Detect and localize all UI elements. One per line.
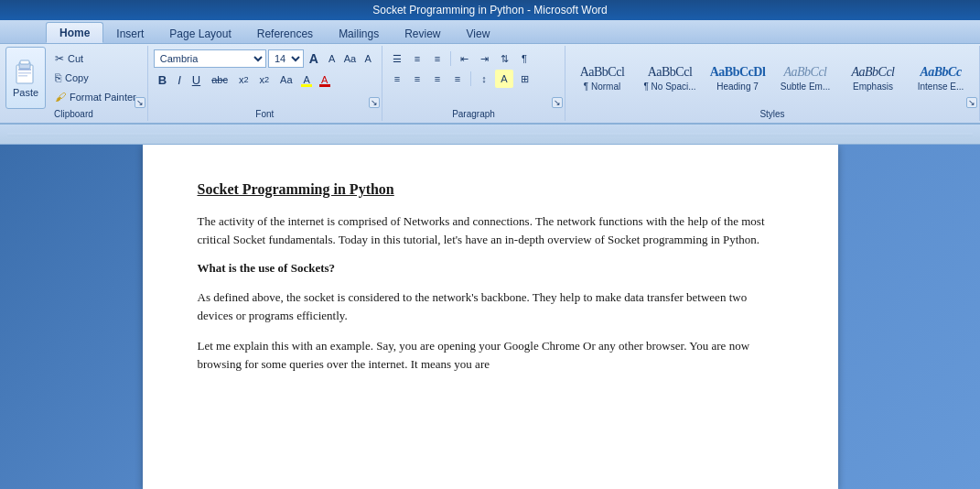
document-area: Socket Programming in Python The activit…: [0, 145, 980, 489]
justify-button[interactable]: ≡: [448, 70, 467, 88]
numbered-list-button[interactable]: ≡: [408, 49, 426, 68]
change-case-btn2[interactable]: Aa: [275, 70, 296, 90]
paragraph-group-label: Paragraph: [382, 109, 565, 119]
style-normal-preview: AaBbCcl: [580, 65, 625, 80]
format-painter-button[interactable]: 🖌 Format Painter: [49, 88, 142, 106]
italic-button[interactable]: I: [173, 70, 186, 90]
svg-rect-3: [18, 69, 31, 71]
styles-group-label: Styles: [565, 109, 979, 119]
ruler-area: [0, 125, 980, 145]
style-no-spacing[interactable]: AaBbCcl ¶ No Spaci...: [637, 49, 703, 106]
styles-group: AaBbCcl ¶ Normal AaBbCcl ¶ No Spaci... A…: [565, 46, 980, 121]
paste-button[interactable]: Paste: [5, 47, 46, 109]
title-bar: Socket Programming in Python - Microsoft…: [0, 0, 980, 20]
format-painter-icon: 🖌: [55, 91, 66, 103]
document-para3[interactable]: Let me explain this with an example. Say…: [198, 337, 783, 373]
svg-rect-5: [18, 75, 27, 77]
style-heading7-preview: AaBbCcDl: [710, 65, 766, 80]
tab-mailings[interactable]: Mailings: [326, 24, 392, 43]
scissors-icon: ✂: [55, 52, 64, 65]
style-emphasis[interactable]: AaBbCcl Emphasis: [840, 49, 906, 106]
bold-button[interactable]: B: [154, 70, 171, 90]
sort-button[interactable]: ⇅: [495, 49, 513, 68]
multilevel-list-button[interactable]: ≡: [428, 49, 447, 68]
styles-row: AaBbCcl ¶ Normal AaBbCcl ¶ No Spaci... A…: [569, 49, 974, 106]
change-case-button[interactable]: Aa: [342, 49, 359, 68]
shrink-font-button[interactable]: A: [324, 49, 340, 68]
strikethrough-button[interactable]: abc: [207, 70, 232, 90]
tab-references[interactable]: References: [244, 24, 326, 43]
font-name-select[interactable]: Cambria: [154, 49, 266, 68]
clipboard-expand-button[interactable]: ↘: [135, 97, 145, 108]
style-subtle[interactable]: AaBbCcl Subtle Em...: [772, 49, 838, 106]
align-center-button[interactable]: ≡: [408, 70, 426, 88]
align-right-button[interactable]: ≡: [428, 70, 447, 88]
font-expand-button[interactable]: ↘: [369, 97, 380, 108]
format-painter-label: Format Painter: [70, 92, 136, 103]
cut-label: Cut: [68, 53, 83, 64]
style-subtle-name: Subtle Em...: [781, 82, 830, 92]
para-separator1: [450, 51, 451, 66]
show-marks-button[interactable]: ¶: [515, 49, 533, 68]
font-group: Cambria 14 A A Aa A B I U abc x2 x2 Aa A…: [148, 46, 382, 121]
para-separator2: [470, 71, 471, 86]
style-intense[interactable]: AaBbCc Intense E...: [908, 49, 974, 106]
document-subheading1[interactable]: What is the use of Sockets?: [198, 261, 783, 276]
line-spacing-button[interactable]: ↕: [475, 70, 493, 88]
document-para2[interactable]: As defined above, the socket is consider…: [198, 288, 783, 324]
styles-expand-button[interactable]: ↘: [966, 97, 977, 108]
document-title: Socket Programming in Python: [198, 181, 783, 198]
font-format-row: B I U abc x2 x2 Aa A A: [154, 70, 376, 90]
tab-review[interactable]: Review: [392, 24, 453, 43]
clear-format-button[interactable]: A: [360, 49, 376, 68]
copy-icon: ⎘: [55, 71, 61, 84]
highlight-swatch: [301, 84, 312, 87]
tab-view[interactable]: View: [454, 24, 503, 43]
tab-insert[interactable]: Insert: [103, 24, 156, 43]
document-page: Socket Programming in Python The activit…: [143, 145, 838, 489]
align-left-button[interactable]: ≡: [388, 70, 406, 88]
bullet-list-button[interactable]: ☰: [388, 49, 406, 68]
svg-rect-2: [20, 60, 29, 64]
ribbon: Paste ✂ Cut ⎘ Copy 🖌 Format Painter Clip…: [0, 44, 980, 125]
underline-button[interactable]: U: [188, 70, 205, 90]
font-size-select[interactable]: 14: [268, 49, 304, 68]
title-text: Socket Programming in Python - Microsoft…: [372, 4, 608, 16]
style-subtle-preview: AaBbCcl: [783, 65, 826, 80]
style-heading7-name: Heading 7: [716, 82, 759, 92]
ruler: [7, 133, 973, 136]
superscript-button[interactable]: x2: [255, 70, 275, 90]
svg-rect-4: [18, 72, 31, 74]
style-normal-name: ¶ Normal: [584, 82, 620, 92]
style-normal[interactable]: AaBbCcl ¶ Normal: [569, 49, 635, 106]
copy-label: Copy: [65, 72, 89, 83]
cut-button[interactable]: ✂ Cut: [49, 49, 142, 68]
font-color-button[interactable]: A: [317, 70, 332, 90]
font-name-row: Cambria 14 A A Aa A: [154, 49, 376, 68]
style-intense-preview: AaBbCc: [920, 65, 961, 80]
highlight-color-button[interactable]: A: [299, 70, 315, 90]
style-no-spacing-name: ¶ No Spaci...: [643, 82, 695, 92]
clipboard-mini-buttons: ✂ Cut ⎘ Copy 🖌 Format Painter: [49, 49, 142, 106]
subscript-button[interactable]: x2: [234, 70, 253, 90]
para-row2: ≡ ≡ ≡ ≡ ↕ A ⊞: [388, 70, 559, 88]
paste-label: Paste: [13, 87, 38, 98]
style-emphasis-preview: AaBbCcl: [851, 65, 894, 80]
style-heading7[interactable]: AaBbCcDl Heading 7: [705, 49, 770, 106]
tab-page-layout[interactable]: Page Layout: [156, 24, 243, 43]
paste-icon: [13, 58, 38, 85]
clipboard-group: Paste ✂ Cut ⎘ Copy 🖌 Format Painter Clip…: [0, 46, 148, 121]
document-para1[interactable]: The activity of the internet is comprise…: [198, 212, 783, 248]
clipboard-group-label: Clipboard: [0, 109, 147, 119]
shading-button[interactable]: A: [495, 70, 513, 88]
increase-indent-button[interactable]: ⇥: [475, 49, 493, 68]
borders-button[interactable]: ⊞: [515, 70, 533, 88]
decrease-indent-button[interactable]: ⇤: [455, 49, 473, 68]
style-intense-name: Intense E...: [918, 82, 964, 92]
paragraph-expand-button[interactable]: ↘: [552, 97, 563, 108]
copy-button[interactable]: ⎘ Copy: [49, 69, 142, 87]
paragraph-group: ☰ ≡ ≡ ⇤ ⇥ ⇅ ¶ ≡ ≡ ≡ ≡ ↕ A ⊞ Paragraph ↘: [382, 46, 565, 121]
style-emphasis-name: Emphasis: [853, 82, 893, 92]
grow-font-button[interactable]: A: [306, 49, 322, 68]
tab-home[interactable]: Home: [46, 22, 103, 43]
